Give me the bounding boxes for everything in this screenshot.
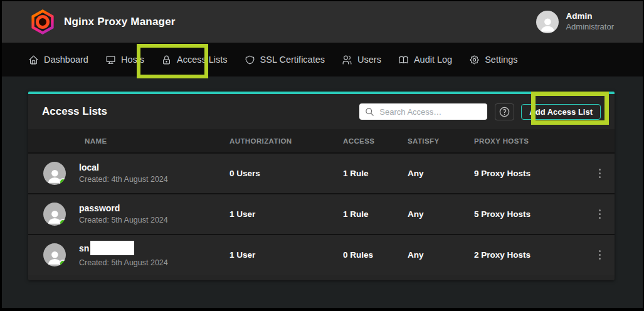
home-icon — [28, 55, 39, 65]
satisfy-value: Any — [408, 250, 474, 260]
nav-item-dashboard[interactable]: Dashboard — [28, 55, 88, 65]
column-header-access: ACCESS — [343, 137, 408, 145]
column-header-satisfy: SATISFY — [408, 137, 474, 145]
row-avatar — [43, 203, 66, 226]
page-background: Nginx Proxy Manager Admin Administrator … — [2, 1, 643, 308]
lock-icon — [161, 55, 172, 65]
proxy-hosts-value: 5 Proxy Hosts — [474, 209, 585, 219]
online-status-dot — [59, 260, 66, 266]
access-list-name: sn — [79, 243, 89, 253]
name-cell: sn Created: 5th August 2024 — [28, 242, 230, 268]
row-actions-menu-button[interactable] — [596, 207, 604, 222]
brand: Nginx Proxy Manager — [30, 9, 176, 34]
app-window: Nginx Proxy Manager Admin Administrator … — [0, 0, 644, 311]
satisfy-value: Any — [408, 209, 474, 219]
redaction-box — [90, 241, 134, 255]
proxy-hosts-value: 9 Proxy Hosts — [474, 169, 585, 178]
proxy-hosts-value: 2 Proxy Hosts — [474, 250, 585, 260]
panel-header: Access Lists Add Access List — [28, 94, 615, 129]
authorization-value: 1 User — [230, 250, 343, 260]
authorization-value: 0 Users — [230, 169, 343, 178]
row-avatar — [43, 243, 66, 266]
nav-item-label: Audit Log — [414, 55, 452, 65]
gear-icon — [469, 55, 480, 65]
nav-item-label: Users — [357, 55, 381, 65]
shield-icon — [245, 55, 255, 65]
nav-item-label: Dashboard — [44, 55, 88, 65]
authorization-value: 1 User — [230, 209, 343, 219]
nav-item-hosts[interactable]: Hosts — [105, 55, 144, 65]
name-block: password Created: 5th August 2024 — [79, 203, 168, 225]
access-value: 1 Rule — [343, 209, 408, 219]
table-row: local Created: 4th August 2024 0 Users 1… — [28, 152, 615, 193]
table-row: password Created: 5th August 2024 1 User… — [28, 193, 615, 234]
add-access-list-button[interactable]: Add Access List — [521, 104, 601, 120]
table-row: sn Created: 5th August 2024 1 User 0 Rul… — [28, 234, 615, 275]
nav-item-label: Settings — [485, 55, 517, 65]
user-avatar[interactable] — [536, 11, 559, 33]
name-cell: password Created: 5th August 2024 — [28, 203, 230, 226]
app-title: Nginx Proxy Manager — [64, 16, 176, 28]
nav-item-label: Access Lists — [177, 55, 228, 65]
search-box[interactable] — [359, 103, 487, 120]
search-input[interactable] — [379, 107, 482, 117]
row-actions-menu-button[interactable] — [596, 248, 604, 263]
column-header-proxy-hosts: PROXY HOSTS — [474, 137, 585, 145]
satisfy-value: Any — [408, 169, 474, 178]
main-nav: DashboardHostsAccess ListsSSL Certificat… — [2, 43, 643, 76]
nav-item-settings[interactable]: Settings — [469, 55, 517, 65]
access-value: 0 Rules — [343, 250, 408, 260]
monitor-icon — [105, 55, 116, 65]
book-icon — [398, 55, 409, 65]
access-lists-panel: Access Lists Add Access List — [28, 92, 615, 280]
created-date: Created: 5th August 2024 — [79, 215, 168, 225]
access-list-name: password — [79, 203, 120, 213]
name-cell: local Created: 4th August 2024 — [28, 162, 230, 185]
name-block: sn Created: 5th August 2024 — [79, 242, 168, 268]
row-actions-menu-button[interactable] — [596, 166, 604, 181]
access-list-name: local — [79, 162, 99, 172]
user-role: Administrator — [566, 22, 614, 32]
created-date: Created: 5th August 2024 — [79, 258, 168, 268]
search-icon — [365, 107, 374, 117]
name-block: local Created: 4th August 2024 — [79, 162, 168, 184]
online-status-dot — [59, 219, 66, 226]
online-status-dot — [59, 178, 66, 185]
panel-title: Access Lists — [42, 105, 359, 118]
column-header-authorization: AUTHORIZATION — [230, 137, 343, 145]
help-circle-icon — [499, 106, 510, 118]
user-text: Admin Administrator — [566, 11, 614, 32]
nav-item-label: Hosts — [121, 55, 144, 65]
app-header: Nginx Proxy Manager Admin Administrator — [2, 1, 643, 43]
table-body: local Created: 4th August 2024 0 Users 1… — [28, 152, 615, 275]
person-icon — [539, 15, 557, 33]
help-button[interactable] — [495, 103, 514, 120]
nav-item-users[interactable]: Users — [342, 55, 381, 65]
nav-item-audit-log[interactable]: Audit Log — [398, 55, 452, 65]
row-avatar — [43, 162, 66, 185]
nginx-proxy-manager-logo-icon — [30, 9, 55, 34]
main-content: Access Lists Add Access List — [2, 76, 643, 308]
user-menu[interactable]: Admin Administrator — [536, 11, 614, 33]
nav-item-label: SSL Certificates — [260, 55, 325, 65]
nav-item-access-lists[interactable]: Access Lists — [161, 55, 228, 65]
created-date: Created: 4th August 2024 — [79, 174, 168, 184]
column-header-name: NAME — [28, 137, 230, 145]
user-name: Admin — [566, 11, 614, 22]
table-header-row: NAME AUTHORIZATION ACCESS SATISFY PROXY … — [28, 129, 615, 152]
access-value: 1 Rule — [343, 169, 408, 178]
nav-item-ssl-certificates[interactable]: SSL Certificates — [245, 55, 325, 65]
users-icon — [342, 55, 352, 65]
